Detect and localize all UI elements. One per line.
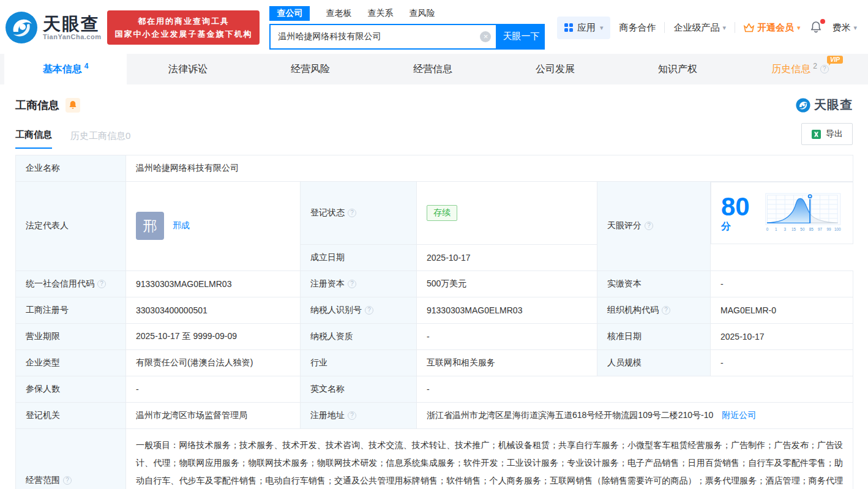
tab-operating-risk[interactable]: 经营风险 xyxy=(249,54,372,84)
chevron-down-icon: ▾ xyxy=(722,24,726,32)
tab-label: 历史信息 xyxy=(771,63,810,76)
help-icon[interactable] xyxy=(662,306,670,315)
open-membership[interactable]: 开通会员 ▾ xyxy=(744,22,801,34)
business-scope-value: 一般项目：网络技术服务；技术服务、技术开发、技术咨询、技术交流、技术转让、技术推… xyxy=(126,428,853,489)
subtab-row: 工商信息 历史工商信息0 导出 xyxy=(15,123,853,149)
field-label: 英文名称 xyxy=(301,376,417,402)
table-row: 登记机关 温州市龙湾区市场监督管理局 注册地址 浙江省温州市龙湾区星海街道滨海五… xyxy=(16,402,853,428)
field-label: 统一社会信用代码 xyxy=(16,271,126,297)
help-icon[interactable] xyxy=(820,65,829,73)
export-button[interactable]: 导出 xyxy=(801,123,853,145)
help-icon[interactable] xyxy=(63,476,72,485)
table-row: 工商注册号 330303400000501 纳税人识别号 91330303MAG… xyxy=(16,297,853,323)
tab-history-info[interactable]: VIP 历史信息 2 xyxy=(739,54,861,84)
excel-icon xyxy=(811,129,821,140)
search-button[interactable]: 天眼一下 xyxy=(497,24,545,50)
field-label: 工商注册号 xyxy=(16,297,126,323)
chevron-down-icon: ▾ xyxy=(797,24,801,32)
business-info-table: 企业名称 温州哈捷网络科技有限公司 法定代表人 邢 邢成 登记状态 存续 天眼评… xyxy=(15,155,853,489)
nearby-companies-link[interactable]: 附近公司 xyxy=(722,410,756,420)
field-label: 登记机关 xyxy=(16,402,126,428)
tab-intellectual-property[interactable]: 知识产权 xyxy=(616,54,739,84)
tab-basic-info[interactable]: 基本信息 4 xyxy=(4,54,127,84)
field-label: 注册资本 xyxy=(301,271,417,297)
help-icon[interactable] xyxy=(348,209,356,217)
help-icon[interactable] xyxy=(645,222,653,230)
watermark-logo: 天眼查 xyxy=(796,97,853,113)
bell-icon xyxy=(69,100,77,110)
logo-title: 天眼查 xyxy=(43,15,101,33)
search-input[interactable] xyxy=(269,24,497,50)
registered-address-value: 浙江省温州市龙湾区星海街道滨海五道618号经开物流园109号二楼210号-10 xyxy=(427,410,713,420)
tianyancha-watermark-icon xyxy=(796,98,810,113)
tianyancha-logo[interactable]: 天眼查 TianYanCha.com xyxy=(5,11,101,44)
score-value: 80 xyxy=(721,192,750,221)
company-name-value: 温州哈捷网络科技有限公司 xyxy=(126,155,853,182)
nav-enterprise-products[interactable]: 企业级产品 ▾ xyxy=(673,22,726,34)
search-tab-risk[interactable]: 查风险 xyxy=(409,8,435,19)
help-icon[interactable] xyxy=(365,306,373,315)
field-label: 成立日期 xyxy=(301,244,417,271)
search-tab-relation[interactable]: 查关系 xyxy=(367,8,393,19)
clear-search-icon[interactable] xyxy=(480,31,491,42)
field-label: 人员规模 xyxy=(597,349,711,376)
tab-label: 经营风险 xyxy=(291,63,330,76)
subtab-history-registration[interactable]: 历史工商信息0 xyxy=(70,130,130,149)
tab-label: 公司发展 xyxy=(536,63,575,76)
apps-menu[interactable]: 应用 ▾ xyxy=(557,17,611,39)
subtab-business-registration[interactable]: 工商信息 xyxy=(15,129,52,149)
slogan-line1: 都在用的商业查询工具 xyxy=(114,15,252,28)
tab-label: 基本信息 xyxy=(43,63,82,76)
svg-text:85: 85 xyxy=(809,227,814,231)
tab-business-info[interactable]: 经营信息 xyxy=(372,54,494,84)
business-term-value: 2025-10-17 至 9999-09-09 xyxy=(126,323,301,349)
search-tabs: 查公司 查老板 查关系 查风险 xyxy=(269,6,545,21)
legal-representative-link[interactable]: 邢成 xyxy=(173,220,190,231)
score-unit: 分 xyxy=(721,221,731,231)
divider xyxy=(664,22,665,33)
nav-cooperation[interactable]: 商务合作 xyxy=(619,22,656,34)
tab-company-development[interactable]: 公司发展 xyxy=(494,54,616,84)
svg-text:97: 97 xyxy=(818,227,823,231)
tab-label: 知识产权 xyxy=(658,63,697,76)
top-header: 天眼查 TianYanCha.com 都在用的商业查询工具 国家中小企业发展子基… xyxy=(0,0,868,54)
help-icon[interactable] xyxy=(97,280,106,288)
table-row: 统一社会信用代码 91330303MAG0ELMR03 注册资本 500万美元 … xyxy=(16,271,853,297)
notifications-bell[interactable] xyxy=(809,21,823,35)
avatar[interactable]: 邢 xyxy=(136,212,164,240)
table-row: 企业名称 温州哈捷网络科技有限公司 xyxy=(16,155,853,182)
field-label: 实缴资本 xyxy=(597,271,711,297)
field-label: 行业 xyxy=(301,349,417,376)
insured-count-value: - xyxy=(126,376,301,402)
english-name-value: - xyxy=(417,376,853,402)
svg-text:100: 100 xyxy=(834,227,841,231)
help-icon[interactable] xyxy=(348,411,356,420)
company-type-value: 有限责任公司(港澳台法人独资) xyxy=(126,349,301,376)
subscribe-bell-button[interactable] xyxy=(65,98,80,113)
tianyan-score-cell: 80分 xyxy=(711,182,853,244)
field-label: 天眼评分 xyxy=(597,182,711,271)
paid-capital-value: - xyxy=(711,271,853,297)
taxpayer-qualification-value: - xyxy=(417,323,597,349)
tab-legal-proceedings[interactable]: 法律诉讼 xyxy=(127,54,249,84)
svg-text:3: 3 xyxy=(784,227,787,231)
industry-value: 互联网和相关服务 xyxy=(417,349,597,376)
logo-domain: TianYanCha.com xyxy=(43,33,101,40)
field-label: 核准日期 xyxy=(597,323,711,349)
search-tab-company[interactable]: 查公司 xyxy=(269,6,310,21)
header-nav: 应用 ▾ 商务合作 企业级产品 ▾ 开通会员 ▾ 费米 ▾ xyxy=(557,17,857,39)
help-icon[interactable] xyxy=(348,280,356,288)
chevron-down-icon: ▾ xyxy=(600,24,604,32)
slogan-line2: 国家中小企业发展子基金旗下机构 xyxy=(114,28,252,40)
search-tab-boss[interactable]: 查老板 xyxy=(326,8,351,19)
establish-date-value: 2025-10-17 xyxy=(417,244,597,271)
registration-authority-value: 温州市龙湾区市场监督管理局 xyxy=(126,402,301,428)
apps-label: 应用 xyxy=(577,22,596,34)
table-row: 法定代表人 邢 邢成 登记状态 存续 天眼评分 80分 xyxy=(16,182,853,245)
field-label: 营业期限 xyxy=(16,323,126,349)
score-distribution-chart: 0 1 3 15 50 85 97 99 100 xyxy=(765,190,842,236)
main-tabbar: 基本信息 4 法律诉讼 经营风险 经营信息 公司发展 知识产权 VIP 历史信息… xyxy=(0,54,868,84)
registered-capital-value: 500万美元 xyxy=(417,271,597,297)
user-menu[interactable]: 费米 ▾ xyxy=(832,22,857,34)
score-axis-ticks: 0 1 3 15 50 85 97 99 100 xyxy=(766,227,841,231)
